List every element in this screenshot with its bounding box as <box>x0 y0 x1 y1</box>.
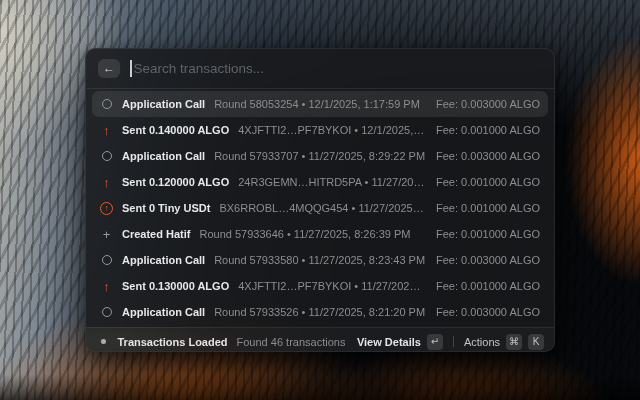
wallpaper-bottom-fade <box>0 374 640 400</box>
transaction-row[interactable]: Application Call Round 57933580 • 11/27/… <box>92 247 548 273</box>
transaction-fee: Fee: 0.001000 ALGO <box>436 202 540 214</box>
transaction-row[interactable]: ↑ Sent 0 Tiny USDt BX6RROBL…4MQQG454 • 1… <box>92 195 548 221</box>
application-call-icon <box>100 306 113 319</box>
transaction-title: Created Hatif <box>122 228 190 240</box>
status-footer: Transactions Loaded Found 46 transaction… <box>86 327 554 352</box>
transaction-fee: Fee: 0.001000 ALGO <box>436 280 540 292</box>
transaction-row[interactable]: + Created Hatif Round 57933646 • 11/27/2… <box>92 221 548 247</box>
sent-arrow-icon: ↑ <box>100 176 113 189</box>
transaction-title: Sent 0.140000 ALGO <box>122 124 229 136</box>
transaction-title: Application Call <box>122 98 205 110</box>
sent-arrow-icon: ↑ <box>100 280 113 293</box>
transaction-fee: Fee: 0.001000 ALGO <box>436 228 540 240</box>
transaction-list: Application Call Round 58053254 • 12/1/2… <box>86 89 554 327</box>
status-detail: Found 46 transactions <box>237 336 346 348</box>
transaction-row[interactable]: ↑ Sent 0.130000 ALGO 4XJFTTI2…PF7BYKOI •… <box>92 273 548 299</box>
transaction-detail: 24R3GEMN…HITRD5PA • 11/27/2025, 8:29:22 … <box>238 176 426 188</box>
asset-sent-circle-arrow-icon: ↑ <box>100 202 113 215</box>
search-bar: ← <box>86 49 554 89</box>
transaction-fee: Fee: 0.003000 ALGO <box>436 98 540 110</box>
view-details-label: View Details <box>357 336 421 348</box>
transaction-title: Sent 0 Tiny USDt <box>122 202 210 214</box>
transaction-title: Sent 0.120000 ALGO <box>122 176 229 188</box>
transaction-fee: Fee: 0.001000 ALGO <box>436 124 540 136</box>
transaction-detail: 4XJFTTI2…PF7BYKOI • 11/27/2025, 8:23:43 … <box>238 280 426 292</box>
transaction-detail: Round 57933526 • 11/27/2025, 8:21:20 PM <box>214 306 426 318</box>
footer-divider <box>453 336 454 347</box>
transaction-detail: Round 57933580 • 11/27/2025, 8:23:43 PM <box>214 254 426 266</box>
transaction-fee: Fee: 0.003000 ALGO <box>436 254 540 266</box>
extension-dot-icon <box>101 339 106 344</box>
application-call-icon <box>100 254 113 267</box>
transaction-detail: BX6RROBL…4MQQG454 • 11/27/2025, 8:29:16 … <box>219 202 426 214</box>
enter-key-icon: ↵ <box>427 334 443 350</box>
command-key-icon: ⌘ <box>506 334 522 350</box>
transaction-title: Application Call <box>122 254 205 266</box>
k-key-icon: K <box>528 334 544 350</box>
view-details-button[interactable]: View Details ↵ <box>357 334 443 350</box>
application-call-icon <box>100 98 113 111</box>
transaction-title: Application Call <box>122 306 205 318</box>
transaction-search-window: ← Application Call Round 58053254 • 12/1… <box>85 48 555 352</box>
transaction-row[interactable]: Application Call Round 57933526 • 11/27/… <box>92 299 548 325</box>
transaction-row[interactable]: Application Call Round 58053254 • 12/1/2… <box>92 91 548 117</box>
transaction-detail: Round 58053254 • 12/1/2025, 1:17:59 PM <box>214 98 426 110</box>
search-input[interactable] <box>132 61 543 76</box>
transaction-row[interactable]: ↑ Sent 0.140000 ALGO 4XJFTTI2…PF7BYKOI •… <box>92 117 548 143</box>
created-plus-icon: + <box>100 228 113 241</box>
transaction-detail: 4XJFTTI2…PF7BYKOI • 12/1/2025, 1:17:59 P… <box>238 124 426 136</box>
transaction-fee: Fee: 0.003000 ALGO <box>436 306 540 318</box>
transaction-detail: Round 57933646 • 11/27/2025, 8:26:39 PM <box>199 228 426 240</box>
transaction-detail: Round 57933707 • 11/27/2025, 8:29:22 PM <box>214 150 426 162</box>
search-input-wrap <box>130 60 542 77</box>
transaction-row[interactable]: Application Call Round 57933707 • 11/27/… <box>92 143 548 169</box>
transaction-title: Application Call <box>122 150 205 162</box>
transaction-fee: Fee: 0.003000 ALGO <box>436 150 540 162</box>
actions-label: Actions <box>464 336 500 348</box>
sent-arrow-icon: ↑ <box>100 124 113 137</box>
status-title: Transactions Loaded <box>118 336 228 348</box>
application-call-icon <box>100 150 113 163</box>
transaction-fee: Fee: 0.001000 ALGO <box>436 176 540 188</box>
transaction-row[interactable]: ↑ Sent 0.120000 ALGO 24R3GEMN…HITRD5PA •… <box>92 169 548 195</box>
actions-button[interactable]: Actions ⌘ K <box>464 334 544 350</box>
transaction-title: Sent 0.130000 ALGO <box>122 280 229 292</box>
back-button[interactable]: ← <box>98 59 120 78</box>
